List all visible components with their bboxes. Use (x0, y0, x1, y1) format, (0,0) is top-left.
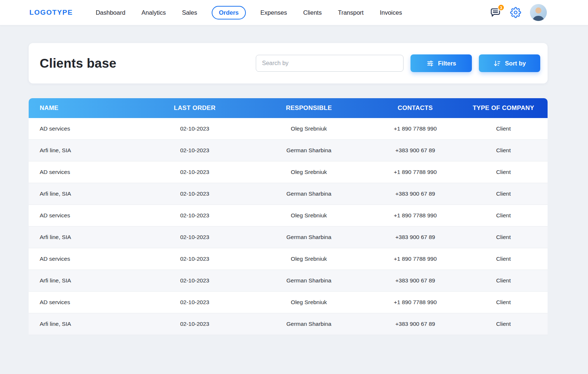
cell-type-of-company: Client (459, 190, 548, 197)
nav-item[interactable]: Orders (212, 6, 245, 19)
table-row[interactable]: Arfi line, SIA 02-10-2023 German Sharbin… (29, 140, 548, 161)
nav-item[interactable]: Invoices (378, 6, 404, 20)
cell-responsible: Oleg Srebniuk (247, 256, 371, 262)
cell-name: AD services (29, 256, 143, 262)
cell-name: Arfi line, SIA (29, 321, 143, 327)
notification-badge: 3 (498, 4, 505, 11)
cell-type-of-company: Client (459, 212, 548, 219)
nav-item[interactable]: Analytics (140, 6, 167, 20)
gear-icon (510, 7, 521, 18)
cell-name: Arfi line, SIA (29, 190, 143, 197)
topbar-actions: 3 (490, 4, 547, 21)
cell-responsible: German Sharbina (247, 321, 371, 327)
filters-button[interactable]: Filters (410, 54, 472, 72)
user-photo-icon (530, 4, 547, 21)
table-row[interactable]: AD services 02-10-2023 Oleg Srebniuk +1 … (29, 118, 548, 140)
cell-name: AD services (29, 299, 143, 306)
main-nav: Dashboard Analytics Sales Orders Expense… (94, 6, 404, 20)
sort-by-button-label: Sort by (505, 60, 526, 67)
messages-button[interactable]: 3 (490, 7, 501, 18)
cell-responsible: German Sharbina (247, 147, 371, 154)
cell-contacts: +1 890 7788 990 (371, 212, 459, 219)
search-input[interactable] (256, 55, 404, 72)
cell-name: Arfi line, SIA (29, 147, 143, 154)
cell-last-order: 02-10-2023 (143, 190, 247, 197)
table-row[interactable]: Arfi line, SIA 02-10-2023 German Sharbin… (29, 270, 548, 292)
column-header: TYPE OF COMPANY (459, 104, 548, 112)
cell-responsible: Oleg Srebniuk (247, 299, 371, 306)
cell-last-order: 02-10-2023 (143, 212, 247, 219)
cell-last-order: 02-10-2023 (143, 125, 247, 132)
sort-icon (493, 60, 501, 67)
cell-type-of-company: Client (459, 125, 548, 132)
table-row[interactable]: Arfi line, SIA 02-10-2023 German Sharbin… (29, 313, 548, 335)
cell-contacts: +383 900 67 89 (371, 277, 459, 284)
cell-contacts: +383 900 67 89 (371, 147, 459, 154)
cell-contacts: +1 890 7788 990 (371, 299, 459, 306)
cell-responsible: German Sharbina (247, 234, 371, 241)
column-header: RESPONSIBLE (247, 104, 371, 112)
table-header-row: NAME LAST ORDER RESPONSIBLE CONTACTS TYP… (29, 98, 548, 118)
cell-type-of-company: Client (459, 299, 548, 306)
cell-responsible: Oleg Srebniuk (247, 169, 371, 175)
cell-last-order: 02-10-2023 (143, 277, 247, 284)
topbar: LOGOTYPE Dashboard Analytics Sales Order… (0, 0, 588, 25)
page-header-card: Clients base Filters Sort by (29, 43, 548, 83)
nav-item[interactable]: Clients (302, 6, 323, 20)
cell-name: AD services (29, 125, 143, 132)
cell-type-of-company: Client (459, 169, 548, 175)
nav-item[interactable]: Transport (336, 6, 365, 20)
column-header: NAME (29, 104, 143, 112)
cell-last-order: 02-10-2023 (143, 256, 247, 262)
cell-last-order: 02-10-2023 (143, 299, 247, 306)
cell-contacts: +383 900 67 89 (371, 234, 459, 241)
cell-type-of-company: Client (459, 321, 548, 327)
cell-name: Arfi line, SIA (29, 277, 143, 284)
cell-responsible: Oleg Srebniuk (247, 125, 371, 132)
cell-contacts: +1 890 7788 990 (371, 125, 459, 132)
table-row[interactable]: AD services 02-10-2023 Oleg Srebniuk +1 … (29, 248, 548, 270)
column-header: LAST ORDER (143, 104, 247, 112)
page-title: Clients base (40, 56, 116, 71)
table-row[interactable]: AD services 02-10-2023 Oleg Srebniuk +1 … (29, 161, 548, 183)
cell-last-order: 02-10-2023 (143, 147, 247, 154)
column-header: CONTACTS (371, 104, 459, 112)
cell-contacts: +383 900 67 89 (371, 321, 459, 327)
cell-type-of-company: Client (459, 147, 548, 154)
cell-last-order: 02-10-2023 (143, 169, 247, 175)
filters-icon (426, 60, 434, 67)
table-row[interactable]: Arfi line, SIA 02-10-2023 German Sharbin… (29, 183, 548, 205)
sort-by-button[interactable]: Sort by (479, 54, 540, 72)
cell-responsible: German Sharbina (247, 190, 371, 197)
table-row[interactable]: AD services 02-10-2023 Oleg Srebniuk +1 … (29, 292, 548, 313)
cell-contacts: +1 890 7788 990 (371, 169, 459, 175)
cell-type-of-company: Client (459, 256, 548, 262)
table-body: AD services 02-10-2023 Oleg Srebniuk +1 … (29, 118, 548, 335)
cell-contacts: +1 890 7788 990 (371, 256, 459, 262)
clients-table: NAME LAST ORDER RESPONSIBLE CONTACTS TYP… (29, 98, 548, 335)
cell-type-of-company: Client (459, 277, 548, 284)
cell-last-order: 02-10-2023 (143, 321, 247, 327)
nav-item[interactable]: Sales (180, 6, 198, 20)
cell-name: Arfi line, SIA (29, 234, 143, 241)
brand-logo[interactable]: LOGOTYPE (29, 8, 73, 17)
nav-item[interactable]: Expenses (259, 6, 288, 20)
cell-name: AD services (29, 212, 143, 219)
filters-button-label: Filters (438, 60, 456, 67)
cell-responsible: Oleg Srebniuk (247, 212, 371, 219)
table-row[interactable]: Arfi line, SIA 02-10-2023 German Sharbin… (29, 227, 548, 248)
cell-contacts: +383 900 67 89 (371, 190, 459, 197)
cell-responsible: German Sharbina (247, 277, 371, 284)
cell-type-of-company: Client (459, 234, 548, 241)
main-content: Clients base Filters Sort by (0, 25, 588, 357)
nav-item[interactable]: Dashboard (94, 6, 127, 20)
table-row[interactable]: AD services 02-10-2023 Oleg Srebniuk +1 … (29, 205, 548, 227)
cell-name: AD services (29, 169, 143, 175)
settings-button[interactable] (510, 7, 521, 18)
cell-last-order: 02-10-2023 (143, 234, 247, 241)
avatar[interactable] (530, 4, 547, 21)
